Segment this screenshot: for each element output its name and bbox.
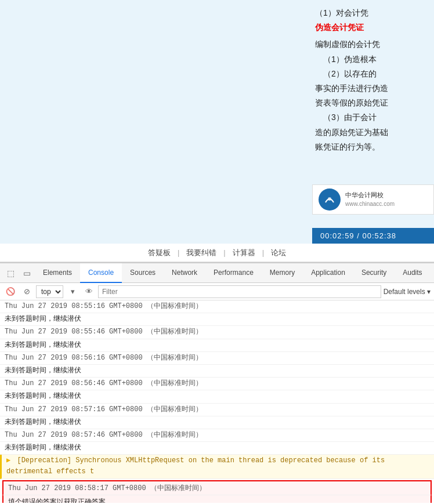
svg-point-0 — [328, 197, 331, 201]
tab-memory[interactable]: Memory — [262, 263, 303, 283]
context-dropdown-icon[interactable]: ▾ — [66, 285, 79, 299]
logo-site: www.chinaacc.com — [345, 200, 395, 208]
article-line-8: （3）由于会计 — [315, 113, 377, 122]
console-entry-msg5: 未到答题时间，继续潜伏 — [0, 416, 434, 429]
console-clear-icon[interactable]: 🚫 — [3, 285, 17, 299]
console-entry-ts3: Thu Jun 27 2019 08:56:16 GMT+0800 （中国标准时… — [0, 352, 434, 365]
logo-text: 中华会计网校 www.chinaacc.com — [345, 191, 395, 208]
console-entry-warning1: ▶ [Deprecation] Synchronous XMLHttpReque… — [0, 455, 434, 478]
tab-application[interactable]: Application — [303, 263, 353, 283]
devtools-inspect-icon[interactable]: ⬚ — [2, 265, 19, 281]
tab-console[interactable]: Console — [80, 263, 122, 283]
default-levels-label: Default levels ▾ — [384, 288, 431, 296]
top-content-area: （1）对会计凭 伪造会计凭证 编制虚假的会计凭 （1）伪造根本 （2）以存在的 … — [0, 0, 434, 244]
logo-name: 中华会计网校 — [345, 191, 395, 200]
separator-1: | — [178, 248, 179, 257]
links-bar: 答疑板 | 我要纠错 | 计算器 | 论坛 — [0, 244, 434, 262]
console-filter-input[interactable] — [98, 285, 381, 298]
link-correction[interactable]: 我要纠错 — [186, 248, 216, 258]
article-line-3: 编制虚假的会计凭 — [315, 39, 380, 49]
console-entry-ts4: Thu Jun 27 2019 08:56:46 GMT+0800 （中国标准时… — [0, 378, 434, 390]
warning-text: [Deprecation] Synchronous XMLHttpRequest… — [6, 456, 385, 476]
show-logs-icon[interactable]: 👁 — [82, 285, 96, 299]
separator-3: | — [262, 248, 264, 257]
devtools-device-icon[interactable]: ▭ — [19, 265, 35, 281]
console-entry-ts2: Thu Jun 27 2019 08:55:46 GMT+0800 （中国标准时… — [0, 326, 434, 339]
link-forum[interactable]: 论坛 — [271, 248, 286, 258]
article-line-10: 账凭证的行为等。 — [315, 142, 380, 151]
link-answers-board[interactable]: 答疑板 — [148, 248, 171, 258]
tab-audits[interactable]: Audits — [395, 263, 430, 283]
context-select[interactable]: top — [36, 285, 63, 298]
tab-sources[interactable]: Sources — [122, 263, 164, 283]
console-entry-msg6: 未到答题时间，继续潜伏 — [0, 442, 434, 455]
tab-security[interactable]: Security — [353, 263, 395, 283]
console-entry-ts5: Thu Jun 27 2019 08:57:16 GMT+0800 （中国标准时… — [0, 404, 434, 416]
default-levels-dropdown[interactable]: Default levels ▾ — [384, 288, 431, 296]
logo-icon — [319, 188, 341, 211]
article-line-1: （1）对会计凭 — [315, 8, 368, 17]
video-time-bar: 00:02:59 / 00:52:38 — [312, 228, 434, 244]
console-entry-msg3: 未到答题时间，继续潜伏 — [0, 365, 434, 378]
console-entry-msg1: 未到答题时间，继续潜伏 — [0, 313, 434, 326]
article-line-6: 事实的手法进行伪造 — [315, 84, 388, 93]
article-line-7: 资表等假的原始凭证 — [315, 98, 388, 107]
console-entry-ts7: Thu Jun 27 2019 08:58:17 GMT+0800 （中国标准时… — [2, 480, 432, 495]
tab-performance[interactable]: Performance — [205, 263, 262, 283]
console-entry-highlighted: 填个错误的答案以获取正确答案 Correct answer is: ▶ ["N"… — [2, 495, 432, 503]
devtools-tabs: ⬚ ▭ Elements Console Sources Network Per… — [0, 263, 434, 283]
highlight-line1: 填个错误的答案以获取正确答案 — [8, 497, 426, 503]
red-title: 伪造会计凭证 — [315, 20, 425, 35]
devtools-panel: ⬚ ▭ Elements Console Sources Network Per… — [0, 262, 434, 503]
article-line-4: （1）伪造根本 — [315, 55, 377, 64]
console-entry-msg2: 未到答题时间，继续潜伏 — [0, 339, 434, 352]
warning-icon: ▶ — [6, 456, 10, 465]
link-calculator[interactable]: 计算器 — [233, 248, 255, 258]
console-entry-ts6: Thu Jun 27 2019 08:57:46 GMT+0800 （中国标准时… — [0, 429, 434, 442]
console-entry-msg4: 未到答题时间，继续潜伏 — [0, 390, 434, 403]
tab-elements[interactable]: Elements — [35, 263, 80, 283]
console-entry-ts1: Thu Jun 27 2019 08:55:16 GMT+0800 （中国标准时… — [0, 300, 434, 313]
article-line-5: （2）以存在的 — [315, 69, 377, 78]
console-output[interactable]: Thu Jun 27 2019 08:55:16 GMT+0800 （中国标准时… — [0, 300, 434, 503]
video-badge: 中华会计网校 www.chinaacc.com — [312, 184, 434, 215]
console-toolbar: 🚫 ⊘ top ▾ 👁 Default levels ▾ — [0, 283, 434, 300]
separator-2: | — [223, 248, 225, 257]
console-filter-icon[interactable]: ⊘ — [20, 285, 34, 299]
tab-network[interactable]: Network — [164, 263, 205, 283]
article-line-9: 造的原始凭证为基础 — [315, 128, 388, 137]
video-time: 00:02:59 / 00:52:38 — [320, 231, 396, 240]
